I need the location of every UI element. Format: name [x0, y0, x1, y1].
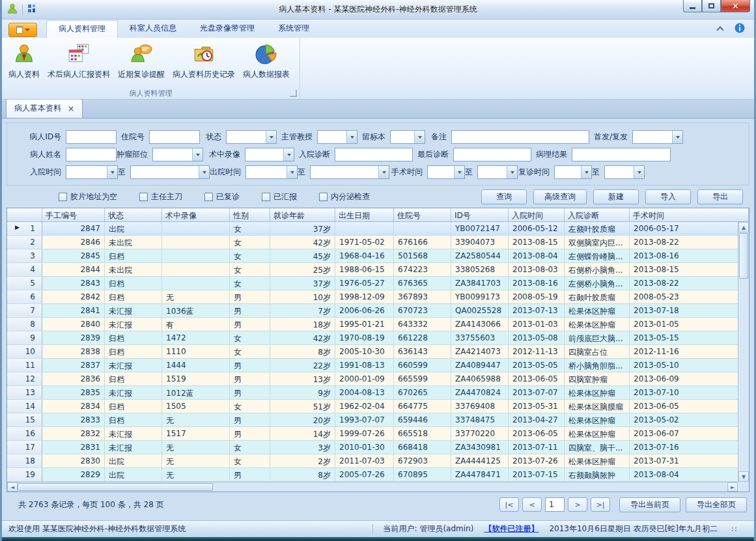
prev-page-button[interactable]: <: [522, 497, 542, 512]
doc-tab-patient-basic-info[interactable]: 病人基本资料 ×: [6, 99, 83, 118]
column-header-手工编号[interactable]: 手工编号: [42, 208, 105, 221]
column-header-住院号[interactable]: 住院号: [394, 208, 451, 221]
page-number-input[interactable]: [545, 497, 565, 512]
filter-combo-首发/复发[interactable]: [632, 130, 683, 144]
app-menu-button[interactable]: [8, 23, 37, 37]
maximize-button[interactable]: [702, 0, 721, 12]
filter-input-病理结果[interactable]: [572, 148, 671, 161]
filter-combo-至[interactable]: [310, 165, 389, 179]
dialog-launcher-icon[interactable]: [290, 90, 297, 97]
checkbox-icon[interactable]: [204, 193, 213, 201]
filter-combo-手术时间[interactable]: [427, 165, 465, 179]
combo-dropdown-icon[interactable]: [672, 131, 682, 143]
button-导出[interactable]: 导出: [697, 189, 743, 204]
ribbon-tab-病人资料管理[interactable]: 病人资料管理: [46, 20, 118, 38]
checkbox-icon[interactable]: [319, 193, 328, 201]
checkbox-胶片地址为空[interactable]: 胶片地址为空: [59, 191, 117, 202]
filter-combo-留标本[interactable]: [390, 130, 425, 144]
ribbon-item-病人资料[interactable]: 病人资料: [5, 40, 44, 83]
table-row[interactable]: 152833归档无男20岁1993-07-0765944633748475201…: [7, 413, 749, 427]
button-高级查询[interactable]: 高级查询: [533, 189, 587, 204]
scroll-down-icon[interactable]: ▼: [738, 471, 749, 482]
export-current-page-button[interactable]: 导出当前页: [619, 497, 680, 512]
combo-dropdown-icon[interactable]: [378, 166, 389, 178]
export-all-pages-button[interactable]: 导出全部页: [686, 497, 747, 512]
combo-dropdown-icon[interactable]: [266, 131, 276, 143]
next-page-button[interactable]: >: [568, 497, 587, 512]
ribbon-collapse-icon[interactable]: [718, 27, 724, 31]
checkbox-icon[interactable]: [139, 193, 148, 201]
table-row[interactable]: 172831未汇报无女3岁2010-01-30668418ZA343098120…: [7, 441, 749, 454]
column-header-出生日期[interactable]: 出生日期: [335, 208, 394, 221]
checkbox-主任主刀[interactable]: 主任主刀: [139, 191, 182, 202]
column-header-ID号[interactable]: ID号: [451, 208, 509, 221]
button-导入[interactable]: 导入: [645, 189, 691, 204]
table-row[interactable]: 112837未汇报1444男22岁1991-08-13660599ZA40894…: [7, 359, 749, 372]
table-row[interactable]: 42844未出院女25岁1988-06-15674223338052682013…: [7, 263, 749, 277]
filter-input-最后诊断[interactable]: [453, 148, 531, 161]
doc-tab-close-icon[interactable]: ×: [68, 105, 74, 112]
last-page-button[interactable]: >|: [591, 497, 610, 512]
ribbon-tab-光盘录像带管理[interactable]: 光盘录像带管理: [188, 20, 266, 38]
table-row[interactable]: 102838归档1110女8岁2005-10-30636143ZA4214073…: [7, 345, 749, 359]
ribbon-tab-科室人员信息[interactable]: 科室人员信息: [118, 20, 188, 38]
ribbon-item-病人资料历史记录[interactable]: 病人资料历史记录: [169, 40, 239, 83]
filter-input-病人姓名[interactable]: [66, 148, 117, 161]
combo-dropdown-icon[interactable]: [107, 166, 117, 178]
checkbox-已复诊[interactable]: 已复诊: [204, 191, 240, 202]
filter-input-入院诊断[interactable]: [335, 148, 413, 161]
first-page-button[interactable]: |<: [499, 497, 519, 512]
filter-combo-至[interactable]: [477, 165, 518, 179]
combo-dropdown-icon[interactable]: [507, 166, 517, 178]
close-button[interactable]: ✕: [721, 0, 750, 12]
vertical-scrollbar[interactable]: ▲ ▼: [738, 222, 749, 482]
filter-combo-复诊时间[interactable]: [554, 165, 592, 179]
combo-dropdown-icon[interactable]: [199, 166, 209, 178]
minimize-button[interactable]: [683, 0, 702, 12]
filter-combo-主管教授[interactable]: [317, 130, 357, 144]
vertical-scroll-thumb[interactable]: [739, 233, 748, 279]
filter-combo-出院时间[interactable]: [245, 165, 298, 179]
ribbon-item-术后病人汇报资料[interactable]: 术后病人汇报资料: [44, 40, 114, 83]
column-header-性别[interactable]: 性别: [230, 208, 270, 221]
quick-access-icon[interactable]: [27, 3, 37, 16]
column-header-状态[interactable]: 状态: [105, 208, 162, 221]
scroll-right-icon[interactable]: ►: [727, 482, 738, 492]
table-row[interactable]: 62842归档无男10岁1998-12-09367893YB0099173200…: [7, 290, 749, 304]
filter-combo-术中录像[interactable]: [245, 148, 294, 161]
combo-dropdown-icon[interactable]: [346, 131, 357, 143]
checkbox-icon[interactable]: [59, 193, 67, 201]
checkbox-内分泌检查[interactable]: 内分泌检查: [319, 191, 370, 202]
table-row[interactable]: 122836归档1519男13岁2000-01-09665599ZA406598…: [7, 372, 749, 386]
column-header-手术时间[interactable]: 手术时间: [630, 208, 749, 221]
combo-dropdown-icon[interactable]: [581, 166, 591, 178]
combo-dropdown-icon[interactable]: [454, 166, 464, 178]
ribbon-item-近期复诊提醒[interactable]: 近期复诊提醒: [114, 40, 169, 83]
filter-input-备注[interactable]: [451, 130, 589, 144]
table-row[interactable]: ▶12847出院女37岁YB00721472006-05-12左额叶胶质瘤200…: [7, 222, 749, 236]
filter-combo-至[interactable]: [604, 165, 645, 179]
table-row[interactable]: 142834归档1505女51岁1962-02-0466477533769408…: [7, 400, 749, 413]
combo-dropdown-icon[interactable]: [414, 131, 425, 143]
horizontal-scrollbar[interactable]: ◄ ►: [7, 482, 738, 492]
button-查询[interactable]: 查询: [481, 189, 527, 204]
resize-grip[interactable]: [732, 527, 737, 531]
column-header-就诊年龄[interactable]: 就诊年龄: [270, 208, 335, 221]
table-row[interactable]: 52843归档女37岁1976-05-27676365ZA38417032013…: [7, 277, 749, 290]
scroll-left-icon[interactable]: ◄: [7, 482, 18, 492]
table-row[interactable]: 182830出院无女2岁2011-07-03672903ZA4444125201…: [7, 454, 749, 468]
table-row[interactable]: 72841未汇报1036蓝男7岁2006-06-26670723QA002552…: [7, 304, 749, 318]
table-row[interactable]: 132835未汇报1012蓝男9岁2004-08-13670265ZA44708…: [7, 386, 749, 400]
table-row[interactable]: 192829出院无男8岁2005-07-26670895ZA4478471201…: [7, 468, 749, 482]
horizontal-scroll-thumb[interactable]: [18, 483, 213, 491]
table-row[interactable]: 82840未汇报有男18岁1995-01-21643332ZA414306620…: [7, 318, 749, 331]
filter-combo-至[interactable]: [130, 165, 210, 179]
table-row[interactable]: 92839归档1472女42岁1970-08-19661228337556032…: [7, 331, 749, 345]
column-header-术中录像[interactable]: 术中录像: [162, 208, 230, 221]
combo-dropdown-icon[interactable]: [287, 166, 297, 178]
filter-combo-入院时间[interactable]: [66, 165, 118, 179]
scroll-up-icon[interactable]: ▲: [738, 222, 749, 232]
column-header-入院诊断[interactable]: 入院诊断: [565, 208, 630, 221]
ribbon-tab-系统管理[interactable]: 系统管理: [266, 20, 321, 38]
column-header-入院时间[interactable]: 入院时间: [509, 208, 565, 221]
